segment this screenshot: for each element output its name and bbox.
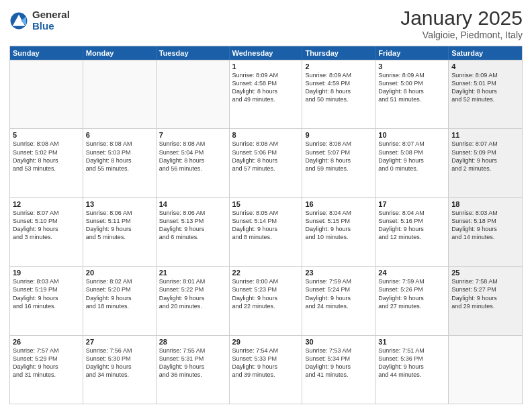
day-number: 28 bbox=[159, 338, 226, 346]
cell-details: Sunrise: 8:08 AM Sunset: 5:07 PM Dayligh… bbox=[305, 140, 372, 173]
calendar-cell: 25Sunrise: 7:58 AM Sunset: 5:27 PM Dayli… bbox=[449, 267, 522, 334]
day-header-friday: Friday bbox=[375, 46, 449, 60]
calendar-cell bbox=[83, 60, 157, 128]
calendar-cell: 23Sunrise: 7:59 AM Sunset: 5:24 PM Dayli… bbox=[302, 267, 375, 334]
day-number: 25 bbox=[451, 269, 519, 277]
calendar-cell: 31Sunrise: 7:51 AM Sunset: 5:36 PM Dayli… bbox=[375, 336, 449, 404]
calendar: SundayMondayTuesdayWednesdayThursdayFrid… bbox=[9, 46, 523, 404]
day-number: 6 bbox=[86, 131, 153, 139]
cell-details: Sunrise: 8:04 AM Sunset: 5:15 PM Dayligh… bbox=[305, 209, 372, 242]
cell-details: Sunrise: 7:54 AM Sunset: 5:33 PM Dayligh… bbox=[232, 347, 300, 379]
logo: General Blue bbox=[9, 9, 70, 32]
logo-text: General Blue bbox=[32, 9, 70, 32]
calendar-cell: 20Sunrise: 8:02 AM Sunset: 5:20 PM Dayli… bbox=[83, 267, 157, 334]
calendar-cell: 3Sunrise: 8:09 AM Sunset: 5:00 PM Daylig… bbox=[375, 60, 449, 128]
calendar-row-1: 1Sunrise: 8:09 AM Sunset: 4:58 PM Daylig… bbox=[10, 60, 522, 128]
calendar-row-2: 5Sunrise: 8:08 AM Sunset: 5:02 PM Daylig… bbox=[10, 128, 522, 197]
cell-details: Sunrise: 8:09 AM Sunset: 4:59 PM Dayligh… bbox=[305, 71, 372, 104]
calendar-cell: 22Sunrise: 8:00 AM Sunset: 5:23 PM Dayli… bbox=[230, 267, 303, 334]
cell-details: Sunrise: 7:53 AM Sunset: 5:34 PM Dayligh… bbox=[305, 347, 372, 379]
calendar-cell: 7Sunrise: 8:08 AM Sunset: 5:04 PM Daylig… bbox=[157, 129, 230, 197]
calendar-cell: 24Sunrise: 7:59 AM Sunset: 5:26 PM Dayli… bbox=[375, 267, 449, 334]
logo-blue-text: Blue bbox=[32, 21, 70, 32]
cell-details: Sunrise: 8:03 AM Sunset: 5:19 PM Dayligh… bbox=[13, 277, 80, 310]
calendar-cell: 26Sunrise: 7:57 AM Sunset: 5:29 PM Dayli… bbox=[10, 336, 83, 404]
day-header-tuesday: Tuesday bbox=[157, 46, 230, 60]
day-number: 15 bbox=[232, 200, 300, 208]
day-number: 8 bbox=[232, 131, 300, 139]
calendar-cell: 13Sunrise: 8:06 AM Sunset: 5:11 PM Dayli… bbox=[83, 198, 157, 266]
day-number: 10 bbox=[378, 131, 445, 139]
calendar-cell: 29Sunrise: 7:54 AM Sunset: 5:33 PM Dayli… bbox=[230, 336, 303, 404]
calendar-cell bbox=[157, 60, 230, 128]
calendar-cell: 11Sunrise: 8:07 AM Sunset: 5:09 PM Dayli… bbox=[449, 129, 522, 197]
cell-details: Sunrise: 8:06 AM Sunset: 5:13 PM Dayligh… bbox=[159, 209, 226, 242]
day-number: 17 bbox=[378, 200, 445, 208]
cell-details: Sunrise: 8:09 AM Sunset: 4:58 PM Dayligh… bbox=[232, 71, 300, 104]
cell-details: Sunrise: 7:58 AM Sunset: 5:27 PM Dayligh… bbox=[451, 277, 519, 310]
cell-details: Sunrise: 7:59 AM Sunset: 5:26 PM Dayligh… bbox=[378, 277, 445, 310]
day-number: 21 bbox=[159, 269, 226, 277]
day-number: 22 bbox=[232, 269, 300, 277]
month-title: January 2025 bbox=[400, 7, 523, 30]
calendar-row-3: 12Sunrise: 8:07 AM Sunset: 5:10 PM Dayli… bbox=[10, 197, 522, 266]
calendar-cell: 1Sunrise: 8:09 AM Sunset: 4:58 PM Daylig… bbox=[230, 60, 303, 128]
calendar-cell: 17Sunrise: 8:04 AM Sunset: 5:16 PM Dayli… bbox=[375, 198, 449, 266]
cell-details: Sunrise: 8:00 AM Sunset: 5:23 PM Dayligh… bbox=[232, 277, 300, 310]
calendar-cell: 27Sunrise: 7:56 AM Sunset: 5:30 PM Dayli… bbox=[83, 336, 157, 404]
calendar-cell: 28Sunrise: 7:55 AM Sunset: 5:31 PM Dayli… bbox=[157, 336, 230, 404]
calendar-cell: 15Sunrise: 8:05 AM Sunset: 5:14 PM Dayli… bbox=[230, 198, 303, 266]
day-number: 14 bbox=[159, 200, 226, 208]
cell-details: Sunrise: 8:08 AM Sunset: 5:06 PM Dayligh… bbox=[232, 140, 300, 173]
day-number: 23 bbox=[305, 269, 372, 277]
calendar-cell bbox=[449, 336, 522, 404]
cell-details: Sunrise: 8:02 AM Sunset: 5:20 PM Dayligh… bbox=[86, 277, 153, 310]
calendar-body: 1Sunrise: 8:09 AM Sunset: 4:58 PM Daylig… bbox=[10, 60, 522, 404]
calendar-cell: 21Sunrise: 8:01 AM Sunset: 5:22 PM Dayli… bbox=[157, 267, 230, 334]
cell-details: Sunrise: 8:05 AM Sunset: 5:14 PM Dayligh… bbox=[232, 209, 300, 242]
day-number: 27 bbox=[86, 338, 153, 346]
calendar-cell: 12Sunrise: 8:07 AM Sunset: 5:10 PM Dayli… bbox=[10, 198, 83, 266]
cell-details: Sunrise: 7:56 AM Sunset: 5:30 PM Dayligh… bbox=[86, 347, 153, 379]
calendar-cell: 5Sunrise: 8:08 AM Sunset: 5:02 PM Daylig… bbox=[10, 129, 83, 197]
cell-details: Sunrise: 8:01 AM Sunset: 5:22 PM Dayligh… bbox=[159, 277, 226, 310]
day-header-wednesday: Wednesday bbox=[230, 46, 303, 60]
location: Valgioie, Piedmont, Italy bbox=[400, 30, 523, 40]
page: General Blue January 2025 Valgioie, Pied… bbox=[0, 0, 532, 411]
day-number: 29 bbox=[232, 338, 300, 346]
day-number: 5 bbox=[13, 131, 80, 139]
day-number: 12 bbox=[13, 200, 80, 208]
title-block: January 2025 Valgioie, Piedmont, Italy bbox=[400, 7, 523, 40]
cell-details: Sunrise: 8:06 AM Sunset: 5:11 PM Dayligh… bbox=[86, 209, 153, 242]
logo-icon bbox=[9, 11, 28, 30]
day-number: 1 bbox=[232, 62, 300, 71]
calendar-cell: 10Sunrise: 8:07 AM Sunset: 5:08 PM Dayli… bbox=[375, 129, 449, 197]
calendar-cell bbox=[10, 60, 83, 128]
day-number: 19 bbox=[13, 269, 80, 277]
calendar-cell: 2Sunrise: 8:09 AM Sunset: 4:59 PM Daylig… bbox=[302, 60, 375, 128]
logo-general-text: General bbox=[32, 9, 70, 21]
cell-details: Sunrise: 8:03 AM Sunset: 5:18 PM Dayligh… bbox=[451, 209, 519, 242]
calendar-cell: 16Sunrise: 8:04 AM Sunset: 5:15 PM Dayli… bbox=[302, 198, 375, 266]
day-header-saturday: Saturday bbox=[449, 46, 522, 60]
calendar-cell: 4Sunrise: 8:09 AM Sunset: 5:01 PM Daylig… bbox=[449, 60, 522, 128]
day-number: 9 bbox=[305, 131, 372, 139]
day-header-sunday: Sunday bbox=[10, 46, 83, 60]
cell-details: Sunrise: 8:08 AM Sunset: 5:03 PM Dayligh… bbox=[86, 140, 153, 173]
cell-details: Sunrise: 8:08 AM Sunset: 5:02 PM Dayligh… bbox=[13, 140, 80, 173]
day-number: 16 bbox=[305, 200, 372, 208]
day-header-thursday: Thursday bbox=[302, 46, 375, 60]
day-number: 30 bbox=[305, 338, 372, 346]
day-number: 3 bbox=[378, 62, 445, 71]
day-number: 26 bbox=[13, 338, 80, 346]
cell-details: Sunrise: 8:07 AM Sunset: 5:10 PM Dayligh… bbox=[13, 209, 80, 242]
day-number: 11 bbox=[451, 131, 519, 139]
day-number: 7 bbox=[159, 131, 226, 139]
cell-details: Sunrise: 8:04 AM Sunset: 5:16 PM Dayligh… bbox=[378, 209, 445, 242]
calendar-cell: 8Sunrise: 8:08 AM Sunset: 5:06 PM Daylig… bbox=[230, 129, 303, 197]
calendar-row-5: 26Sunrise: 7:57 AM Sunset: 5:29 PM Dayli… bbox=[10, 335, 522, 404]
day-number: 20 bbox=[86, 269, 153, 277]
calendar-row-4: 19Sunrise: 8:03 AM Sunset: 5:19 PM Dayli… bbox=[10, 266, 522, 334]
cell-details: Sunrise: 8:07 AM Sunset: 5:08 PM Dayligh… bbox=[378, 140, 445, 173]
calendar-cell: 14Sunrise: 8:06 AM Sunset: 5:13 PM Dayli… bbox=[157, 198, 230, 266]
